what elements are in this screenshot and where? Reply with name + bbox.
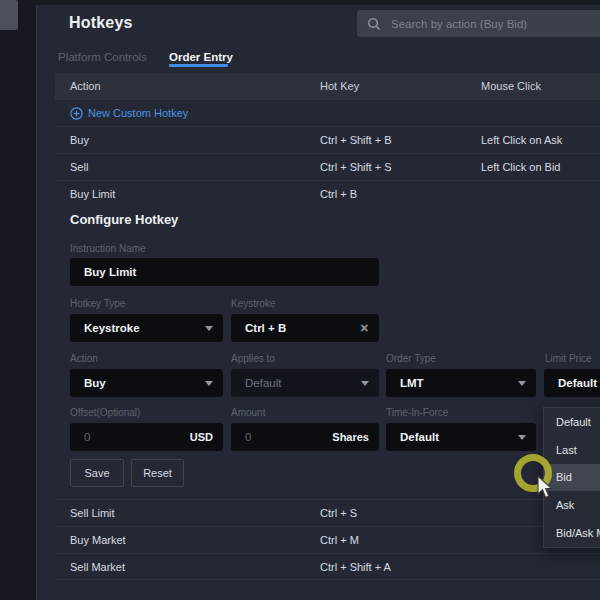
sidebar-item-partial[interactable] [0,0,18,30]
hotkeys-dialog: Hotkeys Platform Controls Order Entry Ac… [0,0,600,600]
table-row[interactable]: Buy Ctrl + Shift + B Left Click on Ask [55,126,600,153]
limit-price-value: Default [558,377,600,389]
reset-button[interactable]: Reset [131,459,184,487]
column-header-action: Action [70,80,101,92]
hotkey-type-select[interactable]: Keystroke [70,314,223,342]
offset-label: Offset(Optional) [70,407,140,418]
instruction-name-input[interactable] [84,266,369,278]
keystroke-value: Ctrl + B [245,322,354,334]
row-mouse: Left Click on Ask [481,134,562,146]
row-hotkey: Ctrl + Shift + S [320,161,392,173]
configure-hotkey-heading: Configure Hotkey [70,212,178,227]
active-tab-underline [169,64,228,67]
offset-field[interactable]: USD [70,423,223,451]
hotkey-table-top: Action Hot Key Mouse Click New Custom Ho… [55,73,600,207]
keystroke-label: Keystroke [231,298,275,309]
action-label: Action [70,353,98,364]
row-hotkey: Ctrl + Shift + A [320,561,391,573]
row-action: Sell Limit [70,507,115,519]
search-box[interactable] [357,10,600,37]
menu-item-bid-ask-mid[interactable]: Bid/Ask M [544,519,600,547]
time-in-force-label: Time-In-Force [386,407,448,418]
column-header-hotkey: Hot Key [320,80,359,92]
amount-label: Amount [231,407,265,418]
row-action: Buy Market [70,534,126,546]
amount-unit: Shares [332,431,369,443]
order-type-select[interactable]: LMT [386,369,536,397]
plus-circle-icon [70,107,83,120]
hotkey-table-bottom: Sell Limit Ctrl + S Buy Market Ctrl + M … [55,499,600,580]
row-hotkey: Ctrl + M [320,534,359,546]
search-icon [367,17,381,31]
row-mouse: Left Click on Bid [481,161,560,173]
row-hotkey: Ctrl + B [320,188,357,200]
tab-order-entry[interactable]: Order Entry [169,51,233,63]
chevron-down-icon [205,381,213,386]
applies-to-select[interactable]: Default [231,369,379,397]
keystroke-field[interactable]: Ctrl + B ✕ [231,314,379,342]
limit-price-label: Limit Price [545,353,592,364]
amount-field[interactable]: Shares [231,423,379,451]
hotkey-type-value: Keystroke [84,322,199,334]
mouse-cursor [536,475,554,500]
chevron-down-icon [361,381,369,386]
column-header-mouse: Mouse Click [481,80,541,92]
new-custom-hotkey-button[interactable]: New Custom Hotkey [55,99,600,126]
table-row[interactable]: Sell Market Ctrl + Shift + A [55,553,600,580]
row-action: Sell Market [70,561,125,573]
row-action: Buy Limit [70,188,115,200]
save-button[interactable]: Save [70,459,124,487]
table-header-row: Action Hot Key Mouse Click [55,73,600,99]
hotkey-type-label: Hotkey Type [70,298,125,309]
action-value: Buy [84,377,199,389]
chevron-down-icon [518,435,526,440]
table-row[interactable]: Sell Limit Ctrl + S [55,499,600,526]
menu-item-default[interactable]: Default [544,408,600,436]
offset-input[interactable] [84,431,190,443]
page-title: Hotkeys [69,14,133,32]
applies-to-label: Applies to [231,353,275,364]
amount-input[interactable] [245,431,332,443]
table-row[interactable]: Sell Ctrl + Shift + S Left Click on Bid [55,153,600,180]
clear-keystroke-icon[interactable]: ✕ [360,322,369,335]
offset-unit: USD [190,431,213,443]
time-in-force-select[interactable]: Default [386,423,536,451]
hotkeys-panel: Hotkeys Platform Controls Order Entry Ac… [36,5,600,600]
table-row[interactable]: Buy Market Ctrl + M [55,526,600,553]
instruction-name-label: Instruction Name [70,243,146,254]
tab-platform-controls[interactable]: Platform Controls [58,51,147,63]
table-row[interactable]: Buy Limit Ctrl + B [55,180,600,207]
limit-price-select[interactable]: Default [544,369,600,397]
menu-item-last[interactable]: Last [544,436,600,464]
applies-to-value: Default [245,377,355,389]
row-hotkey: Ctrl + Shift + B [320,134,392,146]
chevron-down-icon [205,326,213,331]
search-input[interactable] [389,17,600,31]
new-custom-hotkey-label: New Custom Hotkey [88,107,188,119]
chevron-down-icon [518,381,526,386]
row-action: Sell [70,161,88,173]
order-type-value: LMT [400,377,512,389]
row-action: Buy [70,134,89,146]
action-select[interactable]: Buy [70,369,223,397]
time-in-force-value: Default [400,431,512,443]
instruction-name-field[interactable] [70,258,379,286]
row-hotkey: Ctrl + S [320,507,357,519]
order-type-label: Order Type [386,353,436,364]
